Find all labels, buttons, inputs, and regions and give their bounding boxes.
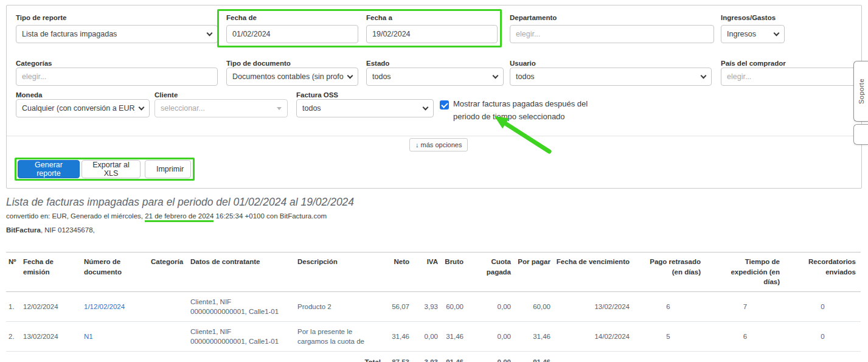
col-bruto: Bruto — [439, 252, 465, 292]
total-neto: 87,53 — [389, 352, 411, 362]
table-total-row: Total 87,53 3,93 91,46 0,00 91,46 — [6, 352, 861, 362]
usuario-value: todos — [516, 72, 535, 81]
chevron-down-icon — [774, 30, 780, 36]
departamento-label: Departamento — [510, 14, 557, 21]
cell-descripcion: Por la presente le cargamos la cuota de — [295, 322, 389, 352]
cell-datos-contratante: Cliente1, NIF 00000000000001, Calle1-01 — [188, 292, 295, 322]
table-row: 2. 13/02/2024 N1 Cliente1, NIF 000000000… — [6, 322, 861, 352]
estado-label: Estado — [366, 60, 389, 67]
chevron-down-icon — [139, 104, 145, 110]
report-subtitle-date-highlighted: 21 de febrero de 2024 — [145, 212, 214, 222]
cell-bruto: 31,46 — [439, 322, 465, 352]
table-row: 1. 12/02/2024 1/12/02/2024 Cliente1, NIF… — [6, 292, 861, 322]
cell-iva: 3,93 — [411, 292, 439, 322]
cliente-placeholder: seleccionar... — [161, 104, 205, 113]
col-cuota-pagada: Cuota pagada — [465, 252, 512, 292]
invoices-table: Nº Fecha de emisión Número de documento … — [6, 252, 861, 362]
pais-del-comprador-input[interactable] — [721, 68, 861, 86]
report-company-line: BitFactura, NIF 012345678, — [6, 226, 95, 234]
ingresos-gastos-value: Ingresos — [727, 30, 756, 38]
tipo-de-reporte-value: Lista de facturas impagadas — [22, 30, 117, 38]
moneda-select[interactable]: Cualquier (con conversión a EUR) — [16, 99, 150, 117]
col-numero-documento: Número de documento — [82, 252, 148, 292]
tipo-de-reporte-label: Tipo de reporte — [16, 14, 67, 21]
mostrar-pagadas-checkbox[interactable] — [440, 100, 449, 110]
total-empty — [552, 352, 861, 362]
fecha-de-label: Fecha de — [226, 14, 257, 21]
fecha-de-input[interactable] — [226, 25, 358, 43]
cell-pago-retrasado: 6 — [631, 292, 706, 322]
imprimir-button[interactable]: Imprimir — [145, 160, 191, 178]
col-neto: Neto — [389, 252, 411, 292]
cell-fecha-emision: 12/02/2024 — [21, 292, 82, 322]
cell-numero-documento: 1/12/02/2024 — [82, 292, 148, 322]
cell-recordatorios: 0 — [785, 322, 861, 352]
categorias-label: Categorías — [16, 60, 52, 67]
exportar-xls-button[interactable]: Exportar al XLS — [82, 160, 141, 178]
col-iva: IVA — [411, 252, 439, 292]
imprimir-label: Imprimir — [156, 165, 184, 173]
estado-value: todos — [372, 72, 391, 81]
chevron-down-icon — [347, 72, 353, 78]
cell-datos-contratante: Cliente1, NIF 00000000000001, Calle1-01 — [188, 322, 295, 352]
col-categoria: Categoría — [148, 252, 188, 292]
cell-cuota-pagada: 0,00 — [465, 322, 512, 352]
document-link[interactable]: N1 — [84, 333, 93, 340]
tipo-de-documento-label: Tipo de documento — [226, 60, 291, 67]
cell-descripcion: Producto 2 — [295, 292, 389, 322]
cell-cuota-pagada: 0,00 — [465, 292, 512, 322]
report-subtitle-prefix: convertido en: EUR, Generado el miércole… — [6, 212, 145, 220]
col-datos-contratante: Datos de contratante — [188, 252, 295, 292]
report-subtitle: convertido en: EUR, Generado el miércole… — [6, 212, 327, 220]
col-tiempo-expedicion: Tiempo de expedición (en días) — [706, 252, 785, 292]
categorias-input[interactable] — [16, 68, 218, 86]
total-cuota-pagada: 0,00 — [465, 352, 512, 362]
cell-neto: 56,07 — [389, 292, 411, 322]
mostrar-pagadas-label[interactable]: Mostrar facturas pagadas después del per… — [453, 98, 605, 124]
cell-categoria — [148, 292, 188, 322]
document-link[interactable]: 1/12/02/2024 — [84, 303, 125, 310]
usuario-select[interactable]: todos — [510, 68, 712, 86]
report-title: Lista de facturas impagadas para el peri… — [6, 196, 354, 209]
col-pago-retrasado: Pago retrasado (en días) — [631, 252, 706, 292]
generar-reporte-button[interactable]: Generar reporte — [18, 160, 80, 178]
factura-oss-select[interactable]: todos — [296, 99, 434, 117]
pais-del-comprador-label: País del comprador — [721, 60, 786, 67]
cell-iva: 0,00 — [411, 322, 439, 352]
departamento-input[interactable] — [510, 25, 714, 43]
soporte-tab[interactable]: Soporte — [853, 61, 868, 122]
ingresos-gastos-select[interactable]: Ingresos — [721, 25, 785, 43]
ingresos-gastos-label: Ingresos/Gastos — [721, 14, 776, 21]
cell-tiempo-expedicion: 6 — [706, 322, 785, 352]
cell-fecha-vencimiento: 14/02/2024 — [552, 322, 631, 352]
cell-por-pagar: 31,46 — [512, 322, 552, 352]
total-label: Total — [6, 352, 389, 362]
cell-fecha-vencimiento: 13/02/2024 — [552, 292, 631, 322]
collapsed-side-tab[interactable] — [853, 124, 868, 145]
soporte-tab-label: Soporte — [858, 78, 865, 104]
usuario-label: Usuario — [510, 60, 536, 67]
factura-oss-label: Factura OSS — [296, 91, 338, 99]
report-subtitle-suffix: 16:25:34 +0100 con BitFactura.com — [214, 212, 327, 220]
chevron-down-icon — [493, 72, 499, 78]
chevron-down-icon — [207, 30, 213, 36]
cliente-select[interactable]: seleccionar... — [155, 99, 288, 117]
col-fecha-vencimiento: Fecha de vencimiento — [552, 252, 631, 292]
panel-divider — [7, 136, 861, 136]
company-name: BitFactura — [6, 226, 41, 234]
cell-num: 1. — [6, 292, 21, 322]
cell-categoria — [148, 322, 188, 352]
col-fecha-emision: Fecha de emisión — [21, 252, 82, 292]
tipo-de-documento-select[interactable]: Documentos contables (sin proformas — [226, 68, 358, 86]
chevron-down-icon — [701, 72, 707, 78]
table-header-row: Nº Fecha de emisión Número de documento … — [6, 252, 861, 292]
tipo-de-documento-value: Documentos contables (sin proformas — [232, 72, 344, 81]
tipo-de-reporte-select[interactable]: Lista de facturas impagadas — [16, 25, 218, 43]
estado-select[interactable]: todos — [366, 68, 504, 86]
cell-numero-documento: N1 — [82, 322, 148, 352]
total-iva: 3,93 — [411, 352, 439, 362]
cliente-label: Cliente — [155, 91, 178, 99]
cell-pago-retrasado: 5 — [631, 322, 706, 352]
mas-opciones-button[interactable]: ↓ más opciones — [409, 138, 468, 151]
fecha-a-input[interactable] — [366, 25, 498, 43]
